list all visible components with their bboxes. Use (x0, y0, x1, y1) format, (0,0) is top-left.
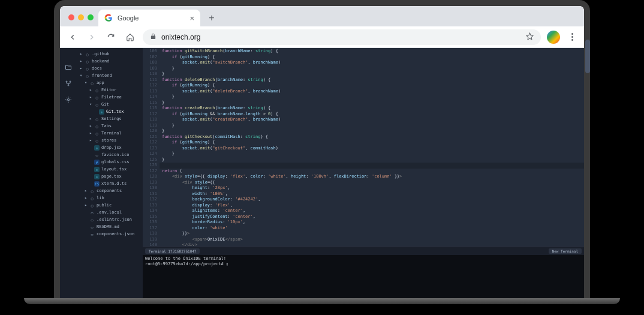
file-tree-item[interactable]: ⚛Git.tsx (77, 108, 141, 115)
file-tree-item[interactable]: TSxterm.d.ts (77, 180, 141, 187)
git-icon[interactable] (65, 80, 72, 89)
folder-icon: ▢ (85, 66, 90, 71)
file-tree-item[interactable]: ⚛drop.jsx (77, 144, 141, 151)
activity-bar (60, 48, 77, 299)
file-tree-item[interactable]: ▸▢Editor (77, 86, 141, 94)
file-tree-label: Git (101, 102, 109, 107)
gear-icon[interactable] (65, 96, 72, 105)
folder-icon: ▢ (89, 196, 95, 201)
file-tree-item[interactable]: ▸▢public (77, 202, 141, 209)
folder-icon: ▢ (94, 95, 100, 100)
window-controls (64, 14, 98, 26)
react-icon: ⚛ (99, 109, 104, 115)
file-tree-item[interactable]: ▸▢components (77, 187, 141, 194)
browser-menu-button[interactable] (566, 33, 578, 41)
close-window-icon[interactable] (68, 14, 74, 20)
home-button[interactable] (124, 31, 137, 44)
folder-icon: ▢ (89, 188, 95, 194)
url-text: onixtech.org (161, 33, 200, 41)
svg-point-3 (68, 99, 70, 101)
file-tree-item[interactable]: ▭README.md (77, 223, 141, 230)
maximize-window-icon[interactable] (88, 14, 94, 20)
file-tree-item[interactable]: ▭.eslintrc.json (77, 216, 141, 223)
file-tree-item[interactable]: ▭components.json (77, 230, 141, 238)
file-tree-item[interactable]: ▸▢.github (77, 50, 141, 58)
file-tree-label: lib (97, 196, 104, 200)
file-tree-label: components.json (97, 232, 134, 236)
browser-tab-strip: Google × + (60, 6, 584, 26)
svg-point-0 (66, 81, 67, 82)
tab-title: Google (118, 14, 139, 22)
file-tree-item[interactable]: ⚛page.tsx (77, 173, 141, 180)
new-tab-button[interactable]: + (204, 10, 219, 26)
lock-icon (150, 33, 157, 41)
file-tree-label: drop.jsx (101, 145, 122, 150)
file-tree-item[interactable]: ▸▢Terminal (77, 130, 141, 137)
address-bar: onixtech.org (60, 26, 584, 48)
file-tree-item[interactable]: ▾▢Git (77, 101, 141, 108)
file-tree-label: Editor (101, 88, 116, 92)
file-icon: ▭ (89, 217, 95, 223)
file-tree-label: favicon.ico (101, 152, 129, 157)
reload-button[interactable] (104, 31, 118, 44)
svg-point-2 (68, 85, 69, 86)
gutter: 1061071081091101111121131141151161171181… (143, 48, 160, 246)
minimize-window-icon[interactable] (78, 14, 84, 20)
chevron-icon: ▸ (79, 52, 83, 56)
file-tree-label: README.md (97, 224, 119, 229)
chevron-icon: ▾ (84, 80, 88, 85)
folder-icon: ▢ (85, 52, 90, 57)
file-tree-label: docs (92, 66, 102, 71)
file-tree-label: Terminal (101, 131, 122, 136)
star-icon[interactable] (526, 32, 534, 42)
file-tree-item[interactable]: ▸▢stores (77, 137, 141, 144)
file-tree-item[interactable]: #globals.css (77, 158, 141, 166)
file-tree-item[interactable]: ▾▢frontend (77, 72, 141, 79)
forward-button[interactable] (85, 31, 98, 44)
editor-area: 1061071081091101111121131141151161171181… (143, 48, 584, 299)
laptop-base (24, 298, 620, 304)
file-tree-item[interactable]: ▸▢lib (77, 194, 141, 202)
profile-avatar[interactable] (547, 31, 560, 44)
file-tree-label: globals.css (101, 160, 129, 164)
file-explorer: ▸▢.github▸▢backend▸▢docs▾▢frontend▾▢app▸… (77, 48, 143, 299)
react-icon: ⚛ (94, 145, 100, 151)
chevron-icon: ▸ (79, 66, 83, 71)
file-tree-item[interactable]: ▾▢app (77, 79, 141, 86)
folder-icon: ▢ (94, 116, 100, 122)
folder-icon: ▢ (94, 88, 100, 93)
file-tree-item[interactable]: ▭favicon.ico (77, 151, 141, 158)
new-terminal-button[interactable]: New Terminal (549, 248, 582, 254)
file-tree-item[interactable]: ⚛layout.tsx (77, 166, 141, 173)
code-editor[interactable]: 1061071081091101111121131141151161171181… (143, 48, 584, 246)
file-tree-item[interactable]: ▸▢Settings (77, 115, 141, 122)
chevron-icon: ▸ (79, 59, 83, 64)
file-tree-item[interactable]: ▸▢Filetree (77, 94, 141, 101)
file-tree-item[interactable]: ▭.env.local (77, 209, 141, 216)
chevron-icon: ▸ (89, 138, 92, 143)
folder-icon: ▢ (94, 138, 100, 143)
file-tree-label: components (97, 188, 122, 193)
file-tree-label: app (97, 80, 104, 85)
url-input[interactable]: onixtech.org (143, 29, 541, 45)
chevron-icon: ▸ (89, 131, 92, 136)
chevron-icon: ▸ (89, 88, 92, 92)
file-tree-item[interactable]: ▸▢Tabs (77, 122, 141, 130)
ide-app: ▸▢.github▸▢backend▸▢docs▾▢frontend▾▢app▸… (60, 48, 584, 299)
file-tree-item[interactable]: ▸▢docs (77, 65, 141, 72)
browser-tab[interactable]: Google × (98, 10, 200, 26)
close-tab-icon[interactable]: × (189, 14, 194, 23)
file-tree-item[interactable]: ▸▢backend (77, 58, 141, 65)
back-button[interactable] (66, 31, 79, 44)
file-tree-label: Tabs (101, 124, 112, 128)
terminal-output[interactable]: Welcome to the OnixIDE terminal! root@5c… (143, 255, 584, 299)
file-tree-label: Filetree (101, 95, 122, 100)
chevron-icon: ▸ (84, 188, 88, 193)
chevron-icon: ▾ (79, 73, 83, 78)
code-content[interactable]: function gitSwitchBranch(branchName: str… (160, 48, 584, 246)
file-tree-label: Git.tsx (106, 109, 124, 114)
google-favicon-icon (104, 14, 113, 22)
files-icon[interactable] (65, 64, 72, 73)
folder-icon: ▢ (85, 59, 90, 64)
terminal-tab[interactable]: Terminal 1731682761047 (145, 248, 200, 254)
